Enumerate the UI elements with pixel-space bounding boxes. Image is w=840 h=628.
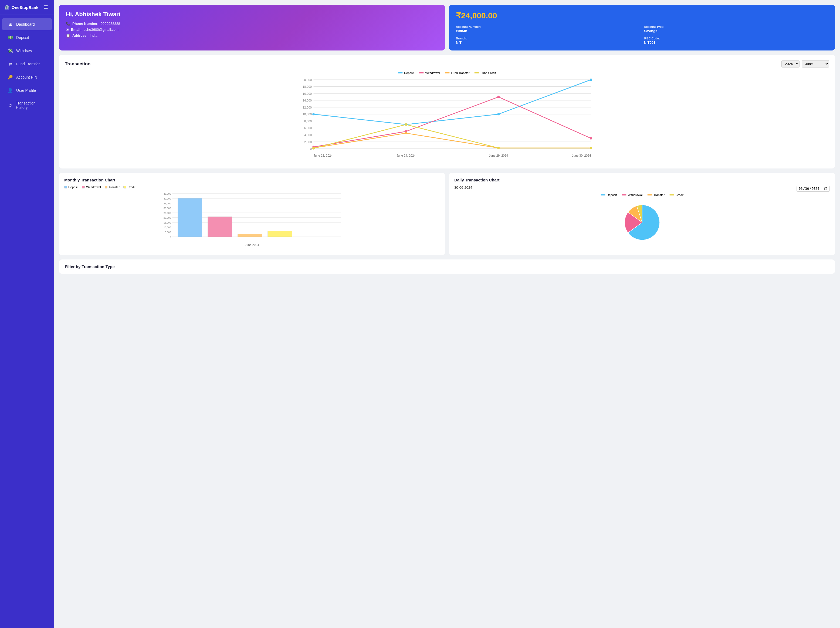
svg-point-32 [497,96,500,98]
dashboard-icon: ⊞ [8,22,13,27]
ifsc-label: IFSC Code: [644,37,828,40]
email-icon: ✉ [66,27,69,32]
branch-label: Branch: [456,37,640,40]
svg-text:5,000: 5,000 [165,231,171,234]
svg-text:June 29, 2024: June 29, 2024 [489,154,508,157]
svg-text:18,000: 18,000 [303,85,312,88]
sidebar-item-deposit[interactable]: 💵Deposit [2,31,52,43]
svg-text:0: 0 [169,236,171,239]
sidebar-label-withdraw: Withdraw [16,49,32,53]
svg-text:June 30, 2024: June 30, 2024 [572,154,591,157]
sidebar-item-withdraw[interactable]: 💸Withdraw [2,44,52,57]
svg-text:14,000: 14,000 [303,99,312,102]
svg-text:10,000: 10,000 [164,226,171,229]
svg-text:8,000: 8,000 [304,120,312,123]
transaction-chart-header: Transaction 202420232022 JanuaryFebruary… [65,60,829,68]
monthly-chart-card: Monthly Transaction Chart DepositWithdra… [59,173,445,255]
address-row: 📋 Address: India [66,33,438,38]
pie-legend-item-deposit: Deposit [601,193,617,196]
address-label: Address: [72,33,87,38]
sidebar-label-fund-transfer: Fund Transfer [16,62,39,66]
account-details-grid: Account Number: e0fb4b Account Type: Sav… [456,25,828,44]
sidebar-item-fund-transfer[interactable]: ⇄Fund Transfer [2,58,52,70]
line-chart-legend: DepositWithdrawalFund TransferFund Credi… [65,71,829,74]
svg-text:20,000: 20,000 [303,78,312,82]
daily-date-input[interactable] [797,186,830,192]
month-select[interactable]: JanuaryFebruaryMarchAprilMayJuneJulyAugu… [802,60,829,68]
svg-text:25,000: 25,000 [164,212,171,214]
svg-point-39 [405,123,407,126]
svg-text:16,000: 16,000 [303,92,312,95]
svg-text:12,000: 12,000 [303,106,312,109]
line-legend-item-fund-credit: Fund Credit [474,71,496,74]
sidebar-item-transaction-history[interactable]: ↺Transaction History [2,98,52,113]
svg-point-33 [590,137,592,139]
bar-chart-legend: DepositWithdrawalTransferCredit [64,185,440,189]
account-number-value: e0fb4b [456,29,640,33]
bar-x-label: June 2024 [64,243,440,247]
branch-field: Branch: NIT [456,37,640,44]
line-chart-container: 02,0004,0006,0008,00010,00012,00014,0001… [65,77,829,163]
sidebar-item-user-profile[interactable]: 👤User Profile [2,84,52,96]
phone-row: 📞 Phone Number: 9999988888 [66,22,438,26]
svg-text:45,000: 45,000 [164,193,171,195]
deposit-icon: 💵 [8,35,13,40]
account-pin-icon: 🔑 [8,74,13,80]
svg-point-29 [590,79,592,81]
line-legend-item-withdrawal: Withdrawal [419,71,440,74]
svg-text:35,000: 35,000 [164,202,171,205]
svg-point-40 [497,147,500,149]
filter-title: Filter by Transaction Type [65,264,829,269]
pie-legend-item-withdrawal: Withdrawal [622,193,643,196]
account-type-label: Account Type: [644,25,828,28]
filter-section: Filter by Transaction Type [59,259,835,274]
svg-text:6,000: 6,000 [304,127,312,130]
svg-point-26 [312,113,315,115]
pie-legend-item-credit: Credit [669,193,684,196]
sidebar-menu-button[interactable]: ☰ [42,4,50,11]
svg-rect-64 [238,234,262,237]
bottom-charts-row: Monthly Transaction Chart DepositWithdra… [59,173,835,255]
svg-text:4,000: 4,000 [304,133,312,137]
pie-chart-area [454,199,830,246]
sidebar-label-account-pin: Account PIN [16,75,37,79]
account-balance: ₹24,000.00 [456,11,828,20]
monthly-chart-title: Monthly Transaction Chart [64,178,440,182]
svg-text:40,000: 40,000 [164,197,171,200]
user-greeting: Hi, Abhishek Tiwari [66,11,438,18]
ifsc-value: NIT001 [644,41,828,44]
svg-text:June 23, 2024: June 23, 2024 [314,154,333,157]
svg-text:10,000: 10,000 [303,112,312,116]
svg-point-38 [312,147,315,150]
sidebar-logo: 🏦 OneStopBank [4,5,38,10]
sidebar-header: 🏦 OneStopBank ☰ [0,0,54,15]
line-legend-item-fund-transfer: Fund Transfer [445,71,469,74]
email-label: Email: [71,27,82,32]
branch-value: NIT [456,41,640,44]
bar-legend-item-deposit: Deposit [64,185,78,189]
bar-chart-svg: 05,00010,00015,00020,00025,00030,00035,0… [64,191,440,242]
svg-text:2,000: 2,000 [304,141,312,144]
svg-text:30,000: 30,000 [164,207,171,209]
sidebar-label-dashboard: Dashboard [16,22,35,27]
sidebar-item-dashboard[interactable]: ⊞Dashboard [2,18,52,30]
daily-chart-title: Daily Transaction Chart [454,178,830,182]
transaction-history-icon: ↺ [8,103,13,108]
svg-text:20,000: 20,000 [164,217,171,219]
phone-icon: 📞 [66,22,70,26]
email-value: tishu3600@gmail.com [84,27,118,32]
sidebar-label-user-profile: User Profile [16,88,36,93]
sidebar-item-account-pin[interactable]: 🔑Account PIN [2,71,52,83]
withdraw-icon: 💸 [8,48,13,53]
year-select[interactable]: 202420232022 [782,60,799,68]
account-info-card: ₹24,000.00 Account Number: e0fb4b Accoun… [449,5,835,51]
svg-text:15,000: 15,000 [164,221,171,224]
fund-transfer-icon: ⇄ [8,61,13,66]
sidebar-label-transaction-history: Transaction History [16,101,46,110]
phone-label: Phone Number: [72,22,98,26]
sidebar-nav: ⊞Dashboard💵Deposit💸Withdraw⇄Fund Transfe… [0,15,54,116]
svg-rect-62 [178,198,202,237]
svg-point-28 [497,113,500,115]
line-chart-svg: 02,0004,0006,0008,00010,00012,00014,0001… [65,77,829,158]
pie-legend: DepositWithdrawalTransferCredit [454,193,830,196]
